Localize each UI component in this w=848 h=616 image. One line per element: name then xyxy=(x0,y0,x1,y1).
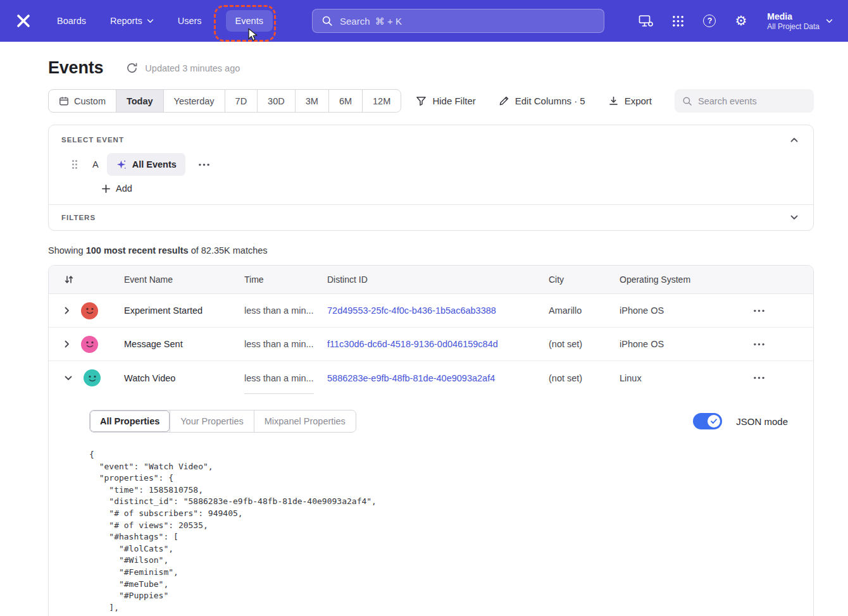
export-button[interactable]: Export xyxy=(608,95,652,106)
hide-filter-button[interactable]: Hide Filter xyxy=(416,95,475,106)
expand-row-chevron-right-icon[interactable] xyxy=(63,338,72,350)
data-management-icon[interactable] xyxy=(639,15,653,28)
event-row-more-icon[interactable] xyxy=(196,161,212,169)
column-header-time[interactable]: Time xyxy=(244,274,327,285)
event-name-cell: Watch Video xyxy=(124,373,244,383)
date-segment-3m-label: 3M xyxy=(306,96,318,106)
column-header-city[interactable]: City xyxy=(549,274,620,285)
nav-item-boards-label: Boards xyxy=(57,16,86,26)
help-icon[interactable]: ? xyxy=(703,15,716,27)
city-cell: Amarillo xyxy=(549,305,620,316)
help-icon-glyph: ? xyxy=(703,15,716,27)
add-event-button[interactable]: Add xyxy=(102,183,801,194)
events-table: Event Name Time Distinct ID City Operati… xyxy=(48,265,814,616)
search-icon xyxy=(682,96,692,106)
tab-mixpanel-properties[interactable]: Mixpanel Properties xyxy=(254,410,356,432)
column-header-event-name[interactable]: Event Name xyxy=(124,274,244,285)
add-event-label: Add xyxy=(116,183,132,194)
nav-item-users-label: Users xyxy=(178,16,202,26)
city-cell: (not set) xyxy=(549,339,620,349)
date-segment-7d[interactable]: 7D xyxy=(225,90,258,112)
date-range-segmented-control: Custom Today Yesterday 7D 30D 3M 6M 12M xyxy=(48,89,401,113)
table-header-row: Event Name Time Distinct ID City Operati… xyxy=(49,266,813,294)
primary-nav: Boards Reports Users Events xyxy=(57,10,273,32)
query-builder-card: SELECT EVENT A All Events Add FILTERS xyxy=(48,125,814,231)
events-search-input[interactable] xyxy=(698,96,806,106)
tab-your-properties[interactable]: Your Properties xyxy=(170,410,253,432)
date-segment-30d[interactable]: 30D xyxy=(257,90,295,112)
event-selector-pill[interactable]: All Events xyxy=(107,153,185,176)
select-event-header: SELECT EVENT xyxy=(61,136,124,144)
event-avatar xyxy=(81,336,98,353)
drag-handle-icon[interactable] xyxy=(72,159,78,169)
tab-all-properties[interactable]: All Properties xyxy=(90,410,170,432)
calendar-icon xyxy=(59,96,69,106)
project-scope: All Project Data xyxy=(767,22,820,32)
export-label: Export xyxy=(625,95,652,106)
os-cell: iPhone OS xyxy=(620,339,751,349)
json-mode-toggle[interactable] xyxy=(693,413,722,429)
expand-row-chevron-right-icon[interactable] xyxy=(63,305,72,316)
row-more-icon[interactable] xyxy=(751,340,767,348)
date-segment-today[interactable]: Today xyxy=(116,90,163,112)
hide-filter-label: Hide Filter xyxy=(432,95,475,106)
distinct-id-link[interactable]: f11c30d6-dc6d-4518-9136-0d046159c84d xyxy=(327,339,549,349)
apps-grid-icon[interactable] xyxy=(672,15,684,27)
date-segment-custom[interactable]: Custom xyxy=(49,90,116,112)
event-name-cell: Experiment Started xyxy=(124,305,244,316)
date-segment-6m[interactable]: 6M xyxy=(328,90,362,112)
global-search-input[interactable] xyxy=(340,16,595,27)
search-icon xyxy=(321,15,333,27)
nav-item-reports[interactable]: Reports xyxy=(110,16,154,26)
date-segment-12m-label: 12M xyxy=(373,96,390,106)
results-summary: Showing 100 most recent results of 82.35… xyxy=(48,245,814,256)
refresh-icon[interactable] xyxy=(126,62,138,74)
sort-rows-icon[interactable] xyxy=(64,274,74,285)
global-search[interactable] xyxy=(312,9,604,33)
funnel-icon xyxy=(416,95,427,106)
filters-header: FILTERS xyxy=(61,214,96,221)
table-row-expanded[interactable]: Watch Video less than a min... 5886283e-… xyxy=(49,361,813,395)
project-text: Media All Project Data xyxy=(767,11,820,32)
distinct-id-link[interactable]: 5886283e-e9fb-48fb-81de-40e9093a2af4 xyxy=(327,373,549,383)
collapse-section-chevron-up-icon[interactable] xyxy=(788,136,801,144)
settings-icon[interactable]: ⚙ xyxy=(735,15,747,28)
date-segment-30d-label: 30D xyxy=(268,96,285,106)
table-row[interactable]: Message Sent less than a min... f11c30d6… xyxy=(49,328,813,361)
event-avatar xyxy=(81,302,98,319)
event-avatar xyxy=(84,369,101,386)
column-header-os[interactable]: Operating System xyxy=(620,274,751,285)
nav-item-events[interactable]: Events xyxy=(226,10,273,32)
event-row-letter: A xyxy=(92,159,99,169)
project-switcher[interactable]: Media All Project Data xyxy=(767,11,833,32)
pencil-icon xyxy=(499,95,509,106)
chevron-down-icon xyxy=(147,19,154,23)
row-more-icon[interactable] xyxy=(751,307,767,315)
edit-columns-button[interactable]: Edit Columns · 5 xyxy=(499,95,585,106)
nav-item-reports-label: Reports xyxy=(110,16,142,26)
distinct-id-link[interactable]: 72d49553-25fc-4f0c-b436-1b5ac6ab3388 xyxy=(327,305,549,316)
time-cell: less than a min... xyxy=(244,339,327,349)
summary-count: 100 most recent results xyxy=(86,245,189,256)
events-search[interactable] xyxy=(675,89,814,113)
nav-item-users[interactable]: Users xyxy=(178,16,202,26)
selected-event-name: All Events xyxy=(132,159,177,169)
date-segment-custom-label: Custom xyxy=(74,96,106,106)
column-header-distinct-id[interactable]: Distinct ID xyxy=(327,274,549,285)
chevron-down-icon xyxy=(826,19,833,23)
select-event-section: SELECT EVENT A All Events Add xyxy=(49,125,813,204)
mixpanel-logo-icon[interactable] xyxy=(15,13,32,29)
collapse-row-chevron-down-icon[interactable] xyxy=(63,374,74,383)
date-segment-12m[interactable]: 12M xyxy=(362,90,401,112)
edit-columns-label: Edit Columns · 5 xyxy=(515,95,585,106)
nav-item-boards[interactable]: Boards xyxy=(57,16,86,26)
city-cell: (not set) xyxy=(549,373,620,383)
table-row[interactable]: Experiment Started less than a min... 72… xyxy=(49,294,813,328)
os-cell: iPhone OS xyxy=(620,305,751,316)
date-segment-3m[interactable]: 3M xyxy=(295,90,328,112)
row-more-icon[interactable] xyxy=(751,374,767,382)
summary-prefix: Showing xyxy=(48,245,86,256)
date-segment-yesterday[interactable]: Yesterday xyxy=(163,90,225,112)
expand-filters-chevron-down-icon[interactable] xyxy=(788,214,801,221)
toolbar-right: Hide Filter Edit Columns · 5 Export xyxy=(416,89,814,113)
